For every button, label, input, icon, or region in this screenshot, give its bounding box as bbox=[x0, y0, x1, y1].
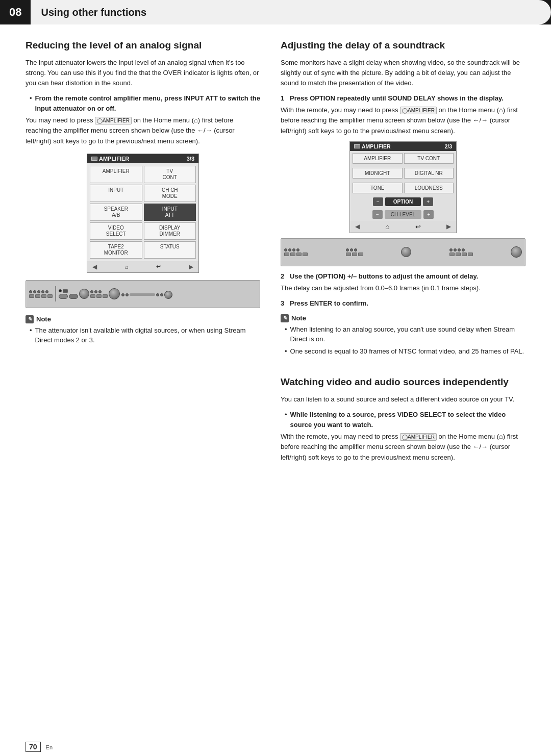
panel-led-2 bbox=[33, 290, 36, 293]
rp-btn-1 bbox=[284, 253, 289, 256]
amplifier-menu-right: AMPLIFIER 2/3 AMPLIFIER TV CONT MIDNIGHT… bbox=[349, 141, 457, 233]
nav-right-icon: ▶ bbox=[189, 263, 193, 270]
rp-row-1 bbox=[284, 248, 308, 251]
rp-btn-10 bbox=[462, 253, 467, 256]
menu-cell-video-select: VIDEOSELECT bbox=[90, 222, 142, 240]
bottom-instruction-text: While listening to a source, press VIDEO… bbox=[290, 410, 525, 430]
nav-back-icon: ↩ bbox=[156, 263, 161, 270]
rp-led-9 bbox=[454, 248, 457, 251]
panel-led-dark bbox=[59, 289, 62, 292]
rp-btn-6 bbox=[352, 253, 357, 256]
panel-row-1 bbox=[29, 286, 120, 301]
option-row-3: TONE LOUDNESS bbox=[350, 181, 456, 195]
step-3-number: 3 bbox=[281, 299, 288, 307]
panel-led-b1 bbox=[121, 293, 124, 296]
panel-led-b2 bbox=[126, 293, 129, 296]
option-button-row: − OPTION + bbox=[350, 195, 456, 208]
right-intro: Some monitors have a slight delay when s… bbox=[281, 58, 525, 88]
step-1-heading: 1 Press OPTION repeatedly until SOUND DE… bbox=[281, 94, 525, 102]
panel-row-7 bbox=[90, 294, 108, 298]
step-1-detail: With the remote, you may need to press ◯… bbox=[281, 105, 525, 136]
step-3-heading: 3 Press ENTER to confirm. bbox=[281, 299, 525, 307]
note-title-right: Note bbox=[291, 314, 306, 322]
panel-bar bbox=[130, 293, 155, 296]
chapter-title: Using other functions bbox=[31, 0, 551, 24]
step-2-number: 2 bbox=[281, 272, 288, 280]
menu-header-left: AMPLIFIER 3/3 bbox=[87, 154, 198, 163]
panel-group-4 bbox=[90, 290, 108, 298]
opt-tv-cont: TV CONT bbox=[404, 153, 454, 164]
bottom-section: Watching video and audio sources indepen… bbox=[0, 376, 551, 467]
left-instruction: From the remote control amplifier menu, … bbox=[30, 93, 260, 113]
rp-btn-11 bbox=[468, 253, 473, 256]
rp-btn-7 bbox=[358, 253, 363, 256]
note-bullet-left: The attenuator isn't available with digi… bbox=[30, 325, 260, 345]
left-intro: The input attenuator lowers the input le… bbox=[26, 58, 260, 88]
left-note: ✎ Note The attenuator isn't available wi… bbox=[26, 315, 260, 345]
panel-bottom-row bbox=[121, 291, 172, 299]
rp-led-6 bbox=[350, 248, 353, 251]
ch-level-btn: CH LEVEL bbox=[385, 210, 421, 219]
nav-home-icon: ⌂ bbox=[125, 264, 129, 270]
opt-midnight: MIDNIGHT bbox=[353, 168, 403, 179]
left-instruction-text: From the remote control amplifier menu, … bbox=[35, 93, 260, 113]
panel-row-5 bbox=[59, 294, 78, 299]
nav-left-icon: ◀ bbox=[92, 263, 97, 270]
menu-label-left: AMPLIFIER bbox=[99, 156, 129, 162]
right-panel-row bbox=[284, 246, 522, 258]
panel-divider bbox=[55, 286, 56, 301]
note-header-left: ✎ Note bbox=[26, 315, 260, 323]
step-3-text: Press ENTER to confirm. bbox=[290, 299, 368, 307]
main-content: Reducing the level of an analog signal T… bbox=[0, 24, 551, 376]
panel-btn-2 bbox=[35, 294, 40, 298]
opt-loudness: LOUDNESS bbox=[404, 183, 454, 193]
instruction-bold: From the remote control amplifier menu, … bbox=[35, 94, 260, 112]
rp-row-6 bbox=[449, 253, 473, 256]
right-panel-group-2 bbox=[346, 248, 363, 256]
panel-led-5 bbox=[45, 290, 48, 293]
opt-digital-nr: DIGITAL NR bbox=[404, 168, 454, 179]
bottom-intro: You can listen to a sound source and sel… bbox=[281, 394, 525, 405]
panel-btn-3 bbox=[41, 294, 46, 298]
right-panel-knob bbox=[401, 247, 411, 257]
menu-cell-tape: TAPE2MONITOR bbox=[90, 241, 142, 259]
panel-led-6 bbox=[90, 290, 93, 293]
note-icon-left: ✎ bbox=[26, 315, 34, 323]
panel-led-b4 bbox=[160, 293, 163, 296]
panel-group-3 bbox=[59, 289, 78, 299]
note-bullet-right-2: One second is equal to 30 frames of NTSC… bbox=[285, 346, 525, 357]
rp-led-3 bbox=[292, 248, 295, 251]
rp-row-4 bbox=[346, 253, 363, 256]
menu-cell-ch-mode: CH CHMODE bbox=[144, 185, 196, 202]
page-footer: 70 En bbox=[0, 737, 551, 756]
menu-cell-input-att: INPUTATT bbox=[144, 204, 196, 221]
rp-btn-8 bbox=[449, 253, 455, 256]
rp-led-4 bbox=[296, 248, 299, 251]
plus-btn: + bbox=[423, 197, 433, 206]
right-note: ✎ Note When listening to an analog sourc… bbox=[281, 314, 525, 357]
rp-led-10 bbox=[458, 248, 461, 251]
note-title-left: Note bbox=[36, 315, 51, 323]
panel-group-2 bbox=[41, 290, 53, 298]
panel-oval bbox=[59, 294, 68, 299]
option-nav-left: ◀ bbox=[355, 223, 360, 230]
note-bullet-text-left: The attenuator isn't available with digi… bbox=[35, 325, 260, 345]
amplifier-menu-left: AMPLIFIER 3/3 AMPLIFIER TVCONT INPUT CH … bbox=[87, 154, 199, 273]
page-number: 70 bbox=[26, 742, 41, 752]
chapter-number: 08 bbox=[0, 0, 31, 24]
bottom-instruction: While listening to a source, press VIDEO… bbox=[285, 410, 525, 430]
panel-oval-2 bbox=[69, 294, 78, 299]
rp-btn-9 bbox=[456, 253, 461, 256]
front-panel-right bbox=[281, 238, 525, 266]
option-btn-highlight: OPTION bbox=[385, 197, 421, 206]
bottom-content: Watching video and audio sources indepen… bbox=[26, 376, 531, 467]
rp-led-2 bbox=[288, 248, 291, 251]
right-panel-group-3 bbox=[449, 248, 473, 256]
language-indicator: En bbox=[46, 744, 53, 750]
option-menu-icon: AMPLIFIER bbox=[354, 143, 391, 149]
menu-grid-left: AMPLIFIER TVCONT INPUT CH CHMODE SPEAKER… bbox=[87, 163, 198, 261]
panel-led-1 bbox=[29, 290, 32, 293]
menu-cell-display: DISPLAYDIMMER bbox=[144, 222, 196, 240]
option-menu-label: AMPLIFIER bbox=[362, 143, 391, 149]
right-section-title: Adjusting the delay of a soundtrack bbox=[281, 40, 525, 52]
